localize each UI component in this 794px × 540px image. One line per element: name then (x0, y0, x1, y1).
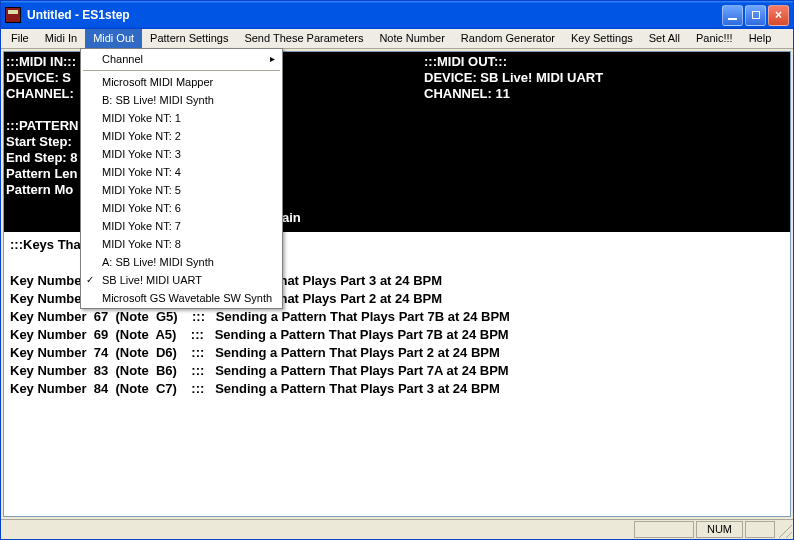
resize-grip-icon[interactable] (776, 521, 792, 538)
info-right-col: :::MIDI OUT::: DEVICE: SB Live! MIDI UAR… (424, 54, 603, 102)
menu-set-all[interactable]: Set All (641, 29, 688, 48)
menu-note-number[interactable]: Note Number (371, 29, 452, 48)
midi-out-device-option[interactable]: Microsoft MIDI Mapper (82, 73, 281, 91)
menubar: FileMidi InMidi OutPattern SettingsSend … (1, 29, 793, 49)
channel-submenu[interactable]: Channel (82, 50, 281, 68)
menu-panic-[interactable]: Panic!!! (688, 29, 741, 48)
midi-out-device-option[interactable]: B: SB Live! MIDI Synth (82, 91, 281, 109)
menu-option-label: MIDI Yoke NT: 8 (102, 238, 181, 250)
menu-key-settings[interactable]: Key Settings (563, 29, 641, 48)
menu-help[interactable]: Help (741, 29, 780, 48)
midi-out-device-option[interactable]: MIDI Yoke NT: 3 (82, 145, 281, 163)
menu-option-label: B: SB Live! MIDI Synth (102, 94, 214, 106)
menu-option-label: Microsoft GS Wavetable SW Synth (102, 292, 272, 304)
midi-out-menu: ChannelMicrosoft MIDI MapperB: SB Live! … (80, 48, 283, 309)
midi-out-device-option[interactable]: MIDI Yoke NT: 4 (82, 163, 281, 181)
menu-midi-in[interactable]: Midi In (37, 29, 85, 48)
window-title: Untitled - ES1step (27, 8, 722, 22)
midi-out-device-option[interactable]: MIDI Yoke NT: 2 (82, 127, 281, 145)
menu-midi-out[interactable]: Midi Out (85, 29, 142, 48)
midi-out-device-option[interactable]: ✓SB Live! MIDI UART (82, 271, 281, 289)
menu-option-label: MIDI Yoke NT: 6 (102, 202, 181, 214)
menu-option-label: A: SB Live! MIDI Synth (102, 256, 214, 268)
window-buttons: × (722, 5, 789, 26)
menu-option-label: MIDI Yoke NT: 7 (102, 220, 181, 232)
menu-option-label: SB Live! MIDI UART (102, 274, 202, 286)
midi-out-device-option[interactable]: MIDI Yoke NT: 8 (82, 235, 281, 253)
maximize-button[interactable] (745, 5, 766, 26)
midi-out-device-option[interactable]: MIDI Yoke NT: 7 (82, 217, 281, 235)
app-icon (5, 7, 21, 23)
menu-option-label: Microsoft MIDI Mapper (102, 76, 213, 88)
midi-out-device-option[interactable]: Microsoft GS Wavetable SW Synth (82, 289, 281, 307)
check-icon: ✓ (86, 274, 94, 285)
statusbar: NUM (1, 519, 793, 539)
menu-file[interactable]: File (3, 29, 37, 48)
status-cell-blank2 (745, 521, 775, 538)
menu-option-label: MIDI Yoke NT: 2 (102, 130, 181, 142)
titlebar[interactable]: Untitled - ES1step × (1, 1, 793, 29)
status-cell-num: NUM (696, 521, 743, 538)
midi-out-header: :::MIDI OUT::: (424, 54, 603, 70)
midi-out-device-option[interactable]: A: SB Live! MIDI Synth (82, 253, 281, 271)
close-button[interactable]: × (768, 5, 789, 26)
midi-out-device-option[interactable]: MIDI Yoke NT: 5 (82, 181, 281, 199)
midi-out-device-option[interactable]: MIDI Yoke NT: 6 (82, 199, 281, 217)
menu-send-these-parameters[interactable]: Send These Parameters (236, 29, 371, 48)
status-cell-blank (634, 521, 694, 538)
minimize-button[interactable] (722, 5, 743, 26)
menu-option-label: MIDI Yoke NT: 1 (102, 112, 181, 124)
menu-option-label: MIDI Yoke NT: 3 (102, 148, 181, 160)
midi-out-device-option[interactable]: MIDI Yoke NT: 1 (82, 109, 281, 127)
menu-random-generator[interactable]: Random Generator (453, 29, 563, 48)
menu-option-label: MIDI Yoke NT: 4 (102, 166, 181, 178)
menu-separator (83, 70, 280, 71)
menu-option-label: MIDI Yoke NT: 5 (102, 184, 181, 196)
midi-out-channel: CHANNEL: 11 (424, 86, 603, 102)
midi-out-device: DEVICE: SB Live! MIDI UART (424, 70, 603, 86)
menu-pattern-settings[interactable]: Pattern Settings (142, 29, 236, 48)
